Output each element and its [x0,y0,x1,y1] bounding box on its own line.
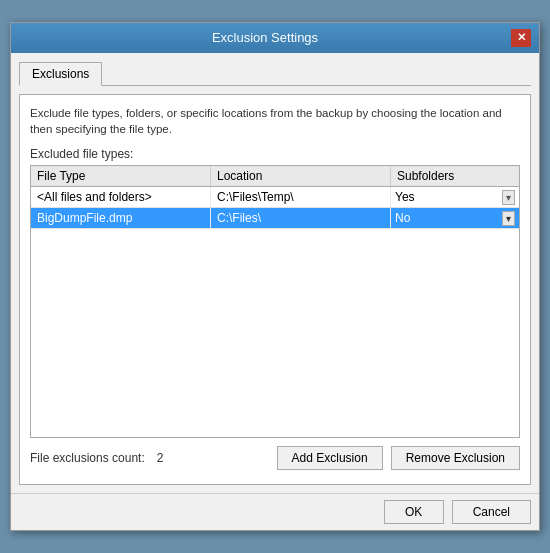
footer-bar: File exclusions count: 2 Add Exclusion R… [30,438,520,474]
col-header-subfolders: Subfolders [391,166,519,186]
exclusion-count-label: File exclusions count: [30,451,145,465]
remove-exclusion-button[interactable]: Remove Exclusion [391,446,520,470]
cell-filetype-0: <All files and folders> [31,187,211,207]
col-header-filetype: File Type [31,166,211,186]
cell-location-0: C:\Files\Temp\ [211,187,391,207]
cancel-button[interactable]: Cancel [452,500,531,524]
col-header-location: Location [211,166,391,186]
cell-subfolders-1: No ▾ [391,208,519,228]
cell-location-1: C:\Files\ [211,208,391,228]
excluded-filetypes-table: File Type Location Subfolders <All files… [30,165,520,438]
table-row[interactable]: BigDumpFile.dmp C:\Files\ No ▾ [31,208,519,229]
dialog-title: Exclusion Settings [19,30,511,45]
dropdown-arrow-1[interactable]: ▾ [502,211,515,226]
add-exclusion-button[interactable]: Add Exclusion [277,446,383,470]
tab-bar: Exclusions [19,61,531,86]
title-bar: Exclusion Settings ✕ [11,23,539,53]
dialog-body: Exclusions Exclude file types, folders, … [11,53,539,493]
table-header: File Type Location Subfolders [31,166,519,187]
close-button[interactable]: ✕ [511,29,531,47]
cell-filetype-1: BigDumpFile.dmp [31,208,211,228]
dropdown-arrow-0[interactable]: ▾ [502,190,515,205]
exclusion-count-value: 2 [157,451,164,465]
tab-exclusions[interactable]: Exclusions [19,62,102,86]
tab-content: Exclude file types, folders, or specific… [19,94,531,485]
exclusion-settings-dialog: Exclusion Settings ✕ Exclusions Exclude … [10,22,540,531]
section-label: Excluded file types: [30,147,520,161]
dialog-footer: OK Cancel [11,493,539,530]
ok-button[interactable]: OK [384,500,444,524]
table-body: <All files and folders> C:\Files\Temp\ Y… [31,187,519,437]
cell-subfolders-0: Yes ▾ [391,187,519,207]
table-row[interactable]: <All files and folders> C:\Files\Temp\ Y… [31,187,519,208]
description-text: Exclude file types, folders, or specific… [30,105,520,137]
